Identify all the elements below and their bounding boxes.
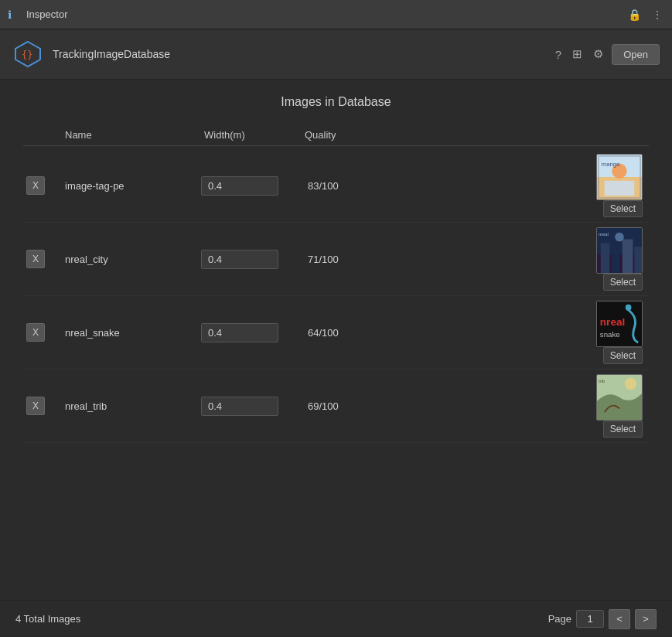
settings-button[interactable]: ⚙ xyxy=(591,45,605,63)
svg-point-14 xyxy=(615,233,624,242)
table-row: X nreal_city 71/100 nreal Select xyxy=(23,223,649,296)
table-row: X nreal_snake 64/100 nreal snake Select xyxy=(23,296,649,370)
thumbnail-container: trib Select xyxy=(596,374,643,438)
main-content: Images in Database Name Width(m) Quality… xyxy=(0,80,672,458)
delete-button[interactable]: X xyxy=(26,250,45,268)
delete-cell: X xyxy=(23,323,62,342)
thumbnail-container: manga Select xyxy=(596,154,643,217)
delete-button[interactable]: X xyxy=(26,176,45,195)
delete-cell: X xyxy=(23,250,62,268)
table-row: X nreal_trib 69/100 trib Select xyxy=(23,370,649,443)
footer: 4 Total Images Page < > xyxy=(0,600,672,637)
delete-button[interactable]: X xyxy=(26,397,45,415)
title-bar-text: Inspector xyxy=(26,9,67,20)
total-label: 4 Total Images xyxy=(15,613,80,625)
thumbnail-area: manga Select xyxy=(394,154,649,217)
title-bar-left: ℹ Inspector xyxy=(8,9,67,21)
svg-point-22 xyxy=(625,378,636,390)
layout-button[interactable]: ⊞ xyxy=(570,45,585,63)
thumbnail: trib xyxy=(596,374,643,421)
thumbnail-area: nreal snake Select xyxy=(394,301,649,364)
lock-button[interactable]: 🔒 xyxy=(626,7,643,22)
prev-page-button[interactable]: < xyxy=(609,609,630,629)
thumbnail-container: nreal Select xyxy=(596,227,643,291)
title-bar: ℹ Inspector 🔒 ⋮ xyxy=(0,0,672,29)
svg-point-19 xyxy=(626,305,632,311)
table-header: Name Width(m) Quality xyxy=(23,124,649,146)
select-button[interactable]: Select xyxy=(603,200,643,217)
row-quality: 71/100 xyxy=(302,254,394,265)
row-name: nreal_city xyxy=(62,254,201,265)
row-quality: 69/100 xyxy=(302,400,394,412)
width-input[interactable] xyxy=(201,323,278,342)
width-cell xyxy=(201,250,302,269)
page-label: Page xyxy=(548,613,571,625)
width-input[interactable] xyxy=(201,397,278,416)
select-button[interactable]: Select xyxy=(603,347,643,364)
thumbnail: manga xyxy=(596,154,643,200)
next-page-button[interactable]: > xyxy=(635,609,657,629)
row-name: image-tag-pe xyxy=(62,180,201,192)
width-cell xyxy=(201,323,302,342)
thumbnail-area: trib Select xyxy=(394,374,649,438)
svg-rect-12 xyxy=(623,240,633,274)
select-button[interactable]: Select xyxy=(603,421,643,438)
width-input[interactable] xyxy=(201,176,278,196)
info-icon: ℹ xyxy=(8,9,20,21)
row-quality: 64/100 xyxy=(302,327,394,339)
select-button[interactable]: Select xyxy=(603,274,643,291)
thumbnail: nreal xyxy=(596,227,643,274)
svg-text:manga: manga xyxy=(602,161,620,168)
row-name: nreal_trib xyxy=(62,400,201,412)
object-name: TrackingImageDatabase xyxy=(53,48,544,60)
title-bar-right: 🔒 ⋮ xyxy=(626,7,664,22)
section-title: Images in Database xyxy=(23,95,649,109)
open-button[interactable]: Open xyxy=(612,44,660,65)
delete-cell: X xyxy=(23,397,62,415)
svg-rect-5 xyxy=(605,181,635,196)
svg-text:nreal: nreal xyxy=(599,232,609,237)
thumbnail-container: nreal snake Select xyxy=(596,301,643,364)
svg-rect-11 xyxy=(612,249,619,273)
help-button[interactable]: ? xyxy=(553,46,564,63)
col-header-thumb xyxy=(394,128,649,142)
delete-button[interactable]: X xyxy=(26,323,45,342)
svg-text:{}: {} xyxy=(22,49,32,60)
width-cell xyxy=(201,397,302,416)
row-name: nreal_snake xyxy=(62,327,201,339)
rows-container: X image-tag-pe 83/100 manga Select X nre… xyxy=(23,149,649,443)
width-input[interactable] xyxy=(201,250,278,269)
col-header-width: Width(m) xyxy=(201,128,302,142)
thumbnail-area: nreal Select xyxy=(394,227,649,291)
col-header-delete xyxy=(23,128,62,142)
svg-rect-13 xyxy=(634,247,642,273)
svg-rect-10 xyxy=(601,243,610,273)
thumbnail: nreal snake xyxy=(596,301,643,347)
svg-text:nreal: nreal xyxy=(600,316,625,328)
col-header-name: Name xyxy=(62,128,201,142)
width-cell xyxy=(201,176,302,196)
svg-text:snake: snake xyxy=(600,330,620,339)
delete-cell: X xyxy=(23,176,62,195)
page-input[interactable] xyxy=(576,610,604,628)
col-header-quality: Quality xyxy=(302,128,394,142)
menu-button[interactable]: ⋮ xyxy=(650,7,664,22)
object-icon: {} xyxy=(12,39,43,70)
pagination: Page < > xyxy=(548,609,657,629)
svg-text:trib: trib xyxy=(599,379,605,383)
row-quality: 83/100 xyxy=(302,180,394,192)
table-row: X image-tag-pe 83/100 manga Select xyxy=(23,149,649,223)
header-buttons: ? ⊞ ⚙ Open xyxy=(553,44,660,65)
header-row: {} TrackingImageDatabase ? ⊞ ⚙ Open xyxy=(0,29,672,80)
